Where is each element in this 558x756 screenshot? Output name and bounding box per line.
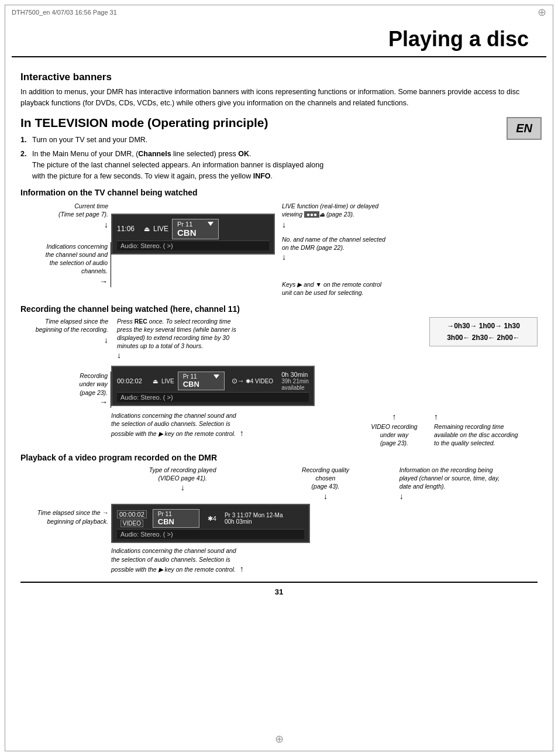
rec-audio-up-arrow: ↑: [240, 428, 244, 438]
playback-audio-bar: Audio: Stereo. ( >): [117, 529, 304, 539]
arrow-right-rec: →: [99, 397, 108, 407]
screen-time: 11:06: [117, 225, 140, 233]
step-2-text: In the Main Menu of your DMR, (Channels …: [32, 149, 323, 181]
tv-screen-container: 11:06 ⏏ LIVE Pr 11 CBN Audio: Stereo. ( …: [111, 214, 275, 255]
tv-screen: 11:06 ⏏ LIVE Pr 11 CBN Audio: Stereo. ( …: [111, 214, 275, 255]
time-elapsed-arrow: ↓: [20, 335, 108, 346]
down-arrow-icon: ↓: [104, 219, 108, 231]
rec-bottom-spacer: [20, 411, 111, 447]
tv-left-annots: Current time(Time set page 7). ↓ Indicat…: [20, 202, 111, 288]
type-recording-arrow: ↓: [113, 482, 252, 493]
bottom-divider: [20, 582, 538, 583]
tv-right-annots: LIVE function (real-time) or delayedview…: [275, 202, 538, 297]
arrow-down-type: ↓: [181, 483, 185, 492]
keys-annot: Keys ▶ and ▼ on the remote controlunit c…: [282, 280, 538, 297]
rec-live-label: LIVE: [161, 378, 174, 384]
playback-screen-row: Time elapsed since the →beginning of pla…: [20, 504, 538, 543]
playback-bottom-annots: Indications concerning the channel sound…: [20, 547, 538, 574]
time-elapsed-text: Time elapsed since thebeginning of the r…: [36, 318, 108, 333]
playback-top-annots: Type of recording played(VIDEO page 41).…: [20, 466, 538, 501]
channel-name: CBN: [177, 228, 213, 238]
en-badge: EN: [507, 117, 542, 140]
playback-time-video: 00:00:02 VIDEO: [117, 510, 147, 527]
channel-arrow-down: [208, 222, 213, 226]
playback-screen-main-row: 00:00:02 VIDEO Pr 11 CBN ✱4 Pr 3 11:07 M…: [117, 508, 304, 529]
page-header: DTH7500_en 4/07/03 16:56 Page 31 ⊕: [0, 0, 558, 21]
rec-screen: 00:02:02 ⏏ LIVE Pr 11 CBN ⊙→ ✱4: [111, 366, 315, 406]
step-1-text: Turn on your TV set and your DMR.: [32, 135, 147, 146]
rec-screen-container: 00:02:02 ⏏ LIVE Pr 11 CBN ⊙→ ✱4: [111, 366, 315, 406]
rec-time-box: →0h30→ 1h00→ 1h30 3h00← 2h30← 2h00←: [429, 317, 538, 347]
type-recording-annot: Type of recording played(VIDEO page 41).…: [111, 466, 254, 501]
live-annot-text: LIVE function (real-time) or delayedview…: [282, 202, 378, 218]
playback-info-text: Pr 3 11:07 Mon 12-Ma00h 03min: [225, 512, 283, 525]
playback-screen: 00:00:02 VIDEO Pr 11 CBN ✱4 Pr 3 11:07 M…: [111, 504, 310, 543]
live-down-arrow: ↓: [282, 219, 538, 231]
playback-channel-name: CBN: [158, 517, 194, 526]
interactive-banners-heading: Interactive banners: [20, 71, 538, 83]
playback-section: Playback of a video program recorded on …: [20, 453, 538, 575]
rec-time-display: 0h 30min: [281, 371, 309, 378]
playback-screen-container: 00:00:02 VIDEO Pr 11 CBN ✱4 Pr 3 11:07 M…: [111, 504, 310, 543]
television-mode-heading: In TELEVISION mode (Operating principle): [20, 116, 538, 130]
step-1: 1. Turn on your TV set and your DMR.: [20, 135, 538, 146]
video-up-arrow: ↑: [392, 412, 397, 421]
step-1-num: 1.: [20, 135, 32, 146]
screen-live-icon: ⏏: [144, 225, 150, 233]
playback-audio-text: Indications concerning the channel sound…: [111, 547, 236, 572]
playback-heading: Playback of a video program recorded on …: [20, 453, 538, 462]
tv-audio-bar: Audio: Stereo. ( >): [117, 240, 269, 250]
recording-section: Recording the channel being watched (her…: [20, 304, 538, 447]
rec-screen-row: 00:02:02 ⏏ LIVE Pr 11 CBN ⊙→ ✱4: [117, 370, 309, 392]
television-mode-section: In TELEVISION mode (Operating principle)…: [20, 116, 538, 182]
crosshair-icon: ⊕: [538, 6, 546, 19]
rec-bottom-annots: Indications concerning the channel sound…: [20, 411, 538, 447]
rec-time-info: 0h 30min 39h 21minavailable: [281, 371, 309, 391]
playback-info-box: Pr 3 11:07 Mon 12-Ma00h 03min: [225, 512, 283, 525]
playback-bottom-spacer: [20, 547, 111, 574]
live-annot: LIVE function (real-time) or delayedview…: [282, 202, 538, 231]
recording-screen-row: Recordingunder way(page 23). → 00:02:02 …: [20, 366, 538, 407]
press-rec-arrow: ↓: [117, 350, 423, 361]
playback-audio-annot: Indications concerning the channel sound…: [111, 547, 538, 574]
rec-video-label: ⊙→ ✱4 VIDEO: [232, 377, 273, 385]
keys-text: Keys ▶ and ▼ on the remote controlunit c…: [282, 281, 381, 296]
info-recording-text: Information on the recording beingplayed…: [399, 466, 500, 490]
audio-annot-text: Indications concerningthe channel sound …: [46, 243, 108, 275]
channel-top-row: Pr 11: [177, 221, 213, 228]
rec-quality-annot: Recording qualitychosen(page 43). ↓: [254, 466, 397, 501]
arrow-right-audio: →: [20, 276, 108, 287]
screen-live-label: LIVE: [153, 225, 168, 233]
arrow-down-elapsed: ↓: [104, 335, 108, 345]
rec-channel-label: Pr 11: [183, 373, 197, 380]
playback-star4: ✱4: [208, 515, 216, 523]
arrow-down-rec: ↓: [117, 350, 121, 360]
crosshair-bottom-icon: ⊕: [275, 733, 284, 745]
video-rec-annot: ↑ VIDEO recordingunder way(page 23).: [359, 411, 429, 447]
header-text: DTH7500_en 4/07/03 16:56 Page 31: [12, 9, 117, 16]
rec-disc-icon: ⊙→: [232, 377, 244, 385]
title-section: Playing a disc: [12, 21, 546, 57]
playback-top-annots-inner: Type of recording played(VIDEO page 41).…: [111, 466, 538, 501]
info-recording-arrow: ↓: [399, 491, 538, 502]
rec-under-way-annot: Recordingunder way(page 23). →: [20, 372, 111, 407]
current-time-annot: Current time(Time set page 7). ↓: [20, 202, 111, 231]
rec-quality-text: Recording qualitychosen(page 43).: [302, 466, 349, 490]
rec-time: 00:02:02: [117, 377, 149, 384]
tv-screen-top-row: 11:06 ⏏ LIVE Pr 11 CBN: [117, 218, 269, 240]
tv-channel-section: Information on the TV channel being watc…: [20, 188, 538, 297]
video-rec-text: VIDEO recordingunder way(page 23).: [371, 423, 417, 446]
step-2-num: 2.: [20, 149, 32, 181]
main-content: Interactive banners In addition to menus…: [0, 57, 558, 607]
page-title: Playing a disc: [29, 27, 529, 51]
remaining-time-annot: ↑ Remaining recording timeavailable on t…: [429, 411, 538, 447]
page-number: 31: [20, 587, 538, 596]
current-time-text: Current time(Time set page 7).: [58, 202, 108, 218]
channel-label: Pr 11: [177, 221, 192, 228]
rec-quality-arrow: ↓: [256, 491, 394, 502]
arrow-down-channel: ↓: [282, 252, 286, 262]
playback-channel-label: Pr 11: [158, 511, 172, 517]
arrow-down-live: ↓: [282, 220, 286, 229]
playback-spacer-left: [20, 466, 111, 501]
tv-channel-heading: Information on the TV channel being watc…: [20, 188, 538, 197]
